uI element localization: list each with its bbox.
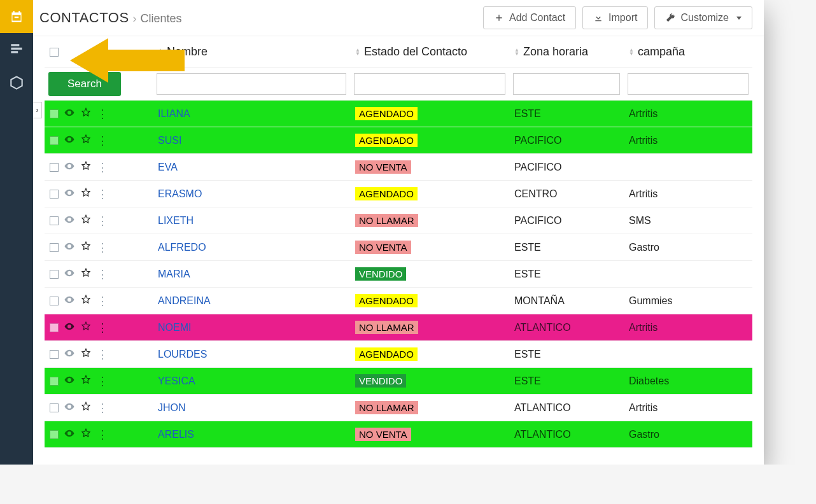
nav-products-icon[interactable] [0,66,33,99]
eye-icon[interactable] [64,107,75,121]
row-checkbox[interactable] [50,190,59,199]
eye-icon[interactable] [64,134,75,148]
row-checkbox[interactable] [50,403,59,412]
row-checkbox[interactable] [50,163,59,172]
filter-timezone-input[interactable] [513,73,620,95]
header-status[interactable]: Estado del Contacto [350,36,509,68]
row-checkbox[interactable] [50,243,59,252]
filter-campaign-input[interactable] [628,73,749,95]
row-checkbox[interactable] [50,270,59,279]
kebab-menu-icon[interactable]: ⋮ [97,269,108,280]
table-row[interactable]: ⋮YESICAVENDIDOESTEDiabetes [45,368,752,395]
eye-icon[interactable] [64,321,75,335]
eye-icon[interactable] [64,267,75,281]
contact-name-link[interactable]: ERASMO [158,188,202,199]
table-row[interactable]: ⋮JHONNO LLAMARATLANTICOArtritis [45,395,752,421]
row-checkbox[interactable] [50,297,59,305]
eye-icon[interactable] [64,347,75,361]
contact-name-link[interactable]: LOURDES [158,349,207,360]
star-icon[interactable] [80,160,92,174]
table-row[interactable]: ⋮LOURDESAGENDADOESTE [45,341,752,368]
customize-button[interactable]: Customize [654,6,752,29]
row-checkbox[interactable] [50,377,59,386]
header-name[interactable]: Nombre [153,36,350,68]
star-icon[interactable] [80,214,92,228]
table-row[interactable]: ⋮ANDREINAAGENDADOMONTAÑAGummies [45,288,752,314]
filter-name-input[interactable] [157,73,346,95]
search-button[interactable]: Search [48,72,121,96]
star-icon[interactable] [80,241,92,255]
star-icon[interactable] [80,107,92,121]
contact-name-link[interactable]: ALFREDO [158,242,206,253]
eye-icon[interactable] [64,374,75,388]
table-row[interactable]: ⋮EVANO VENTAPACIFICO [45,154,752,181]
eye-icon[interactable] [64,294,75,308]
sidebar-expand-handle[interactable]: › [33,102,42,118]
contact-name-link[interactable]: LIXETH [158,215,193,226]
contact-name-link[interactable]: MARIA [158,269,190,279]
table-row[interactable]: ⋮ALFREDONO VENTAESTEGastro [45,234,752,261]
contact-name-link[interactable]: EVA [158,162,178,172]
kebab-menu-icon[interactable]: ⋮ [97,162,108,173]
header-timezone[interactable]: Zona horaria [509,36,624,68]
kebab-menu-icon[interactable]: ⋮ [97,295,108,307]
eye-icon[interactable] [64,241,75,255]
row-checkbox[interactable] [50,430,59,439]
row-checkbox[interactable] [50,323,59,332]
kebab-menu-icon[interactable]: ⋮ [97,242,108,253]
star-icon[interactable] [80,267,92,281]
sort-icon[interactable] [158,48,163,56]
header-select-all[interactable] [45,36,153,68]
kebab-menu-icon[interactable]: ⋮ [97,135,108,146]
contact-name-link[interactable]: ARELIS [158,429,194,440]
nav-contacts-icon[interactable] [0,0,33,33]
breadcrumb-page[interactable]: Clientes [141,12,182,25]
contact-name-link[interactable]: ILIANA [158,108,190,119]
eye-icon[interactable] [64,214,75,228]
row-checkbox[interactable] [50,136,59,145]
kebab-menu-icon[interactable]: ⋮ [97,402,108,414]
table-row[interactable]: ⋮ILIANAAGENDADOESTEArtritis [45,101,752,127]
kebab-menu-icon[interactable]: ⋮ [97,375,108,387]
kebab-menu-icon[interactable]: ⋮ [97,108,108,120]
star-icon[interactable] [80,347,92,361]
add-contact-button[interactable]: Add Contact [483,6,576,29]
table-row[interactable]: ⋮MARIAVENDIDOESTE [45,261,752,288]
table-row[interactable]: ⋮NOEMINO LLAMARATLANTICOArtritis [45,314,752,341]
star-icon[interactable] [80,401,92,415]
contact-name-link[interactable]: SUSI [158,135,181,146]
kebab-menu-icon[interactable]: ⋮ [97,215,108,227]
table-row[interactable]: ⋮ERASMOAGENDADOCENTROArtritis [45,181,752,207]
eye-icon[interactable] [64,401,75,415]
row-checkbox[interactable] [50,350,59,359]
star-icon[interactable] [80,294,92,308]
select-all-checkbox[interactable] [50,48,59,57]
eye-icon[interactable] [64,160,75,174]
star-icon[interactable] [80,134,92,148]
star-icon[interactable] [80,428,92,442]
eye-icon[interactable] [64,187,75,201]
sort-icon[interactable] [355,48,360,56]
table-row[interactable]: ⋮ARELISNO VENTAATLANTICOGastro [45,421,752,448]
kebab-menu-icon[interactable]: ⋮ [97,322,108,333]
kebab-menu-icon[interactable]: ⋮ [97,349,108,360]
contact-name-link[interactable]: ANDREINA [158,295,211,306]
kebab-menu-icon[interactable]: ⋮ [97,188,108,200]
row-checkbox[interactable] [50,109,59,118]
star-icon[interactable] [80,187,92,201]
import-button[interactable]: Import [582,6,648,29]
contact-name-link[interactable]: JHON [158,402,186,413]
star-icon[interactable] [80,321,92,335]
header-campaign[interactable]: campaña [624,36,752,68]
row-checkbox[interactable] [50,216,59,225]
nav-orders-icon[interactable] [0,33,33,66]
contact-name-link[interactable]: NOEMI [158,322,191,333]
sort-icon[interactable] [514,48,519,56]
table-row[interactable]: ⋮SUSIAGENDADOPACIFICOArtritis [45,127,752,154]
star-icon[interactable] [80,374,92,388]
contact-name-link[interactable]: YESICA [158,375,195,386]
eye-icon[interactable] [64,428,75,442]
table-row[interactable]: ⋮LIXETHNO LLAMARPACIFICOSMS [45,207,752,234]
kebab-menu-icon[interactable]: ⋮ [97,429,108,440]
sort-icon[interactable] [629,48,634,56]
